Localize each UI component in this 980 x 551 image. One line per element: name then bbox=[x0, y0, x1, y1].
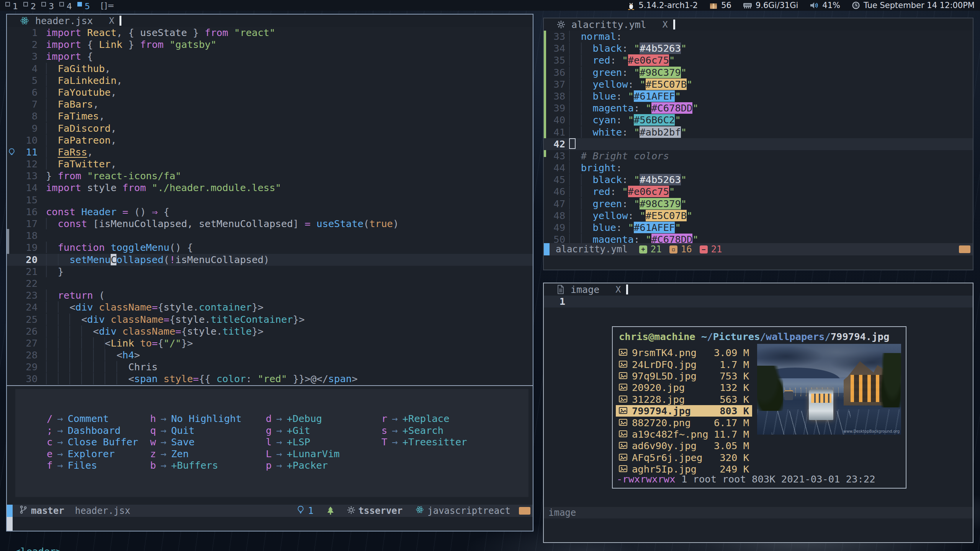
code-line: 40 cyan: "#56B6C2" bbox=[544, 114, 973, 126]
file-row-AFq5r6j.jpeg[interactable]: AFq5r6j.jpeg320 K bbox=[616, 452, 752, 463]
color-swatch: #e06c75 bbox=[628, 54, 669, 66]
file-row-24LrDFQ.jpg[interactable]: 24LrDFQ.jpg1.7 M bbox=[616, 358, 752, 370]
sign-column bbox=[7, 170, 16, 182]
whichkey-column: h→No Highlightq→Quitw→Savez→Zenb→+Buffer… bbox=[150, 413, 242, 471]
close-icon[interactable]: X bbox=[615, 284, 621, 294]
whichkey-binding-close-buffer[interactable]: c→Close Buffer bbox=[47, 436, 138, 448]
arrow-icon: → bbox=[387, 436, 402, 448]
code-text: } from "react-icons/fa" bbox=[46, 170, 181, 182]
whichkey-binding--debug[interactable]: d→+Debug bbox=[266, 413, 340, 425]
command-line[interactable]: <leader> <esc> close <bs> go up one leve… bbox=[7, 517, 533, 531]
workspace-button-4[interactable]: 4 bbox=[59, 2, 72, 11]
git-added-count: 21 bbox=[651, 244, 662, 255]
kernel-stat: 5.14.2-arch1-2 bbox=[627, 1, 698, 10]
path-segment: / bbox=[760, 331, 766, 342]
package-count: 56 bbox=[721, 1, 731, 10]
line-number: 25 bbox=[16, 314, 38, 325]
whichkey-column: r→+Replaces→+SearchT→+Treesitter bbox=[381, 413, 467, 448]
workspace-indicator-icon bbox=[23, 2, 28, 7]
whichkey-binding--search[interactable]: s→+Search bbox=[381, 425, 467, 437]
file-row-20920.jpg[interactable]: 20920.jpg132 K bbox=[616, 382, 752, 393]
status-bar-stats: 5.14.2-arch1-2 56 9.6Gi/31Gi 41% Tue Sep… bbox=[627, 1, 980, 10]
code-line: 20 setMenuCollapsed(!isMenuCollapsed) bbox=[7, 254, 533, 266]
whichkey-binding-dashboard[interactable]: ;→Dashboard bbox=[47, 425, 138, 437]
workspace-button-2[interactable]: 2 bbox=[23, 2, 36, 11]
color-swatch: #61AFEF bbox=[634, 90, 675, 102]
whichkey-binding--git[interactable]: g→+Git bbox=[266, 425, 340, 437]
code-line: 18 bbox=[7, 230, 533, 242]
code-text: black: "#4b5263" bbox=[569, 174, 687, 186]
whichkey-binding--treesitter[interactable]: T→+Treesitter bbox=[381, 436, 467, 448]
whichkey-binding--buffers[interactable]: b→+Buffers bbox=[150, 459, 242, 471]
whichkey-binding-comment[interactable]: /→Comment bbox=[47, 413, 138, 425]
tab-image[interactable]: image X bbox=[544, 283, 626, 296]
line-number: 22 bbox=[16, 278, 38, 289]
whichkey-binding-explorer[interactable]: e→Explorer bbox=[47, 448, 138, 460]
tab-label: alacritty.yml bbox=[571, 19, 646, 30]
whichkey-binding-files[interactable]: f→Files bbox=[47, 459, 138, 471]
sign-column bbox=[7, 194, 16, 206]
code-text: FaRss, bbox=[46, 146, 93, 158]
arrow-icon: → bbox=[272, 459, 286, 471]
code-area[interactable]: 1 bbox=[544, 296, 973, 307]
code-line: 5 FaLinkedin, bbox=[7, 75, 533, 87]
tab-alacritty[interactable]: alacritty.yml X bbox=[544, 18, 673, 31]
file-row-882720.png[interactable]: 882720.png6.17 M bbox=[616, 417, 752, 428]
file-list[interactable]: 9rsmTK4.png3.09 M24LrDFQ.jpg1.7 M97q9L5D… bbox=[616, 347, 752, 475]
whichkey-binding-no-highlight[interactable]: h→No Highlight bbox=[150, 413, 242, 425]
close-icon[interactable]: X bbox=[663, 20, 668, 29]
whichkey-binding--lsp[interactable]: l→+LSP bbox=[266, 436, 340, 448]
code-line: 6 FaYoutube, bbox=[7, 87, 533, 98]
workspace-button-3[interactable]: 3 bbox=[41, 2, 54, 11]
line-number: 5 bbox=[16, 75, 38, 87]
code-line: 41 white: "#abb2bf" bbox=[544, 126, 973, 138]
file-row-31228.jpg[interactable]: 31228.jpg563 K bbox=[616, 394, 752, 405]
code-line: 24 <div className={style.container}> bbox=[7, 301, 533, 313]
code-line: 23 return ( bbox=[7, 289, 533, 301]
editor-window-headerjsx[interactable]: header.jsx X 1import React, { useState }… bbox=[6, 14, 533, 531]
whichkey-binding--replace[interactable]: r→+Replace bbox=[381, 413, 467, 425]
arrow-icon: → bbox=[52, 459, 67, 471]
whichkey-binding-zen[interactable]: z→Zen bbox=[150, 448, 242, 460]
line-number: 46 bbox=[546, 186, 565, 198]
image-preview-window[interactable]: image X 1 chris@machine ~/Pictures/wallp… bbox=[543, 283, 973, 543]
code-line: 14import style from "./header.module.les… bbox=[7, 182, 533, 194]
close-icon[interactable]: X bbox=[109, 16, 115, 26]
line-number: 14 bbox=[16, 182, 38, 194]
gear-icon bbox=[557, 20, 565, 29]
path-segment: chris@machine bbox=[619, 331, 695, 342]
code-area[interactable]: 33 normal:34 black: "#4b5263"35 red: "#e… bbox=[544, 31, 973, 245]
workspace-button-5[interactable]: 5 bbox=[77, 2, 90, 11]
clock-stat: Tue September 14 12:00PM bbox=[852, 1, 975, 10]
kernel-version: 5.14.2-arch1-2 bbox=[639, 1, 698, 10]
whichkey-binding-save[interactable]: w→Save bbox=[150, 436, 242, 448]
color-swatch: #C678DD bbox=[651, 102, 692, 114]
image-file-icon bbox=[619, 452, 632, 463]
whichkey-binding--lunarvim[interactable]: L→+LunarVim bbox=[266, 448, 340, 460]
sign-column bbox=[7, 337, 16, 349]
code-text: normal: bbox=[569, 31, 622, 43]
whichkey-binding--packer[interactable]: p→+Packer bbox=[266, 459, 340, 471]
diagnostic-count: 1 bbox=[308, 505, 313, 516]
tab-headerjsx[interactable]: header.jsx X bbox=[7, 15, 119, 27]
tab-caret bbox=[119, 16, 121, 26]
workspace-button-1[interactable]: 1 bbox=[5, 2, 18, 11]
sign-column bbox=[7, 361, 16, 373]
line-number: 30 bbox=[16, 373, 38, 385]
file-row-799794.jpg[interactable]: 799794.jpg803 K bbox=[616, 405, 752, 417]
tabline: header.jsx X bbox=[7, 15, 533, 27]
code-line: 11 FaRss, bbox=[7, 146, 533, 158]
line-number: 35 bbox=[546, 54, 565, 66]
editor-window-alacritty[interactable]: alacritty.yml X 33 normal:34 black: "#4b… bbox=[543, 18, 973, 270]
whichkey-binding-quit[interactable]: q→Quit bbox=[150, 425, 242, 437]
code-line: 38 blue: "#61AFEF" bbox=[544, 90, 973, 102]
image-file-icon bbox=[619, 394, 632, 405]
file-row-a19c482f~.png[interactable]: a19c482f~.png11.7 M bbox=[616, 428, 752, 440]
workspace-indicator-icon bbox=[5, 2, 10, 7]
file-row-9rsmTK4.png[interactable]: 9rsmTK4.png3.09 M bbox=[616, 347, 752, 358]
file-row-ad6v90y.jpg[interactable]: ad6v90y.jpg3.05 M bbox=[616, 440, 752, 451]
file-row-97q9L5D.jpg[interactable]: 97q9L5D.jpg753 K bbox=[616, 370, 752, 382]
desktop-screen: 12345 []= 5.14.2-arch1-2 56 9.6Gi/31Gi 4… bbox=[0, 0, 980, 551]
code-line: 7 FaBars, bbox=[7, 98, 533, 110]
code-area[interactable]: 1import React, { useState } from "react"… bbox=[7, 27, 533, 385]
